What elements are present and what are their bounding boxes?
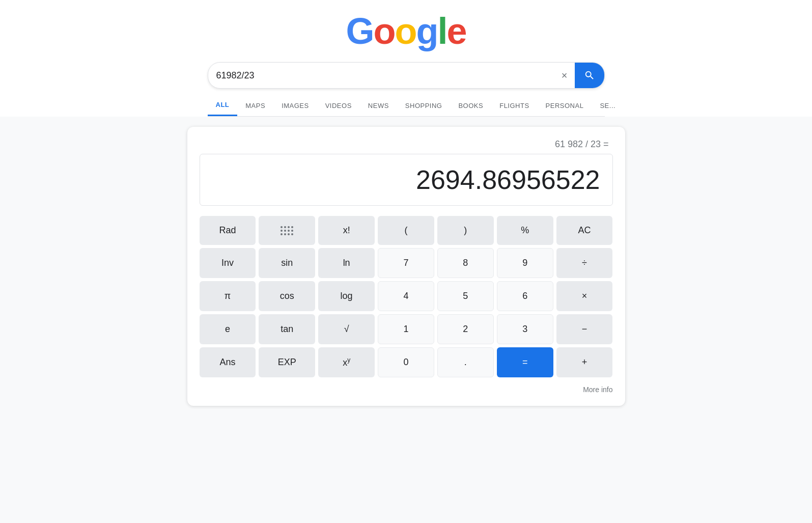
expression-display: 61 982 / 23 = [200,139,613,150]
zero-button[interactable]: 0 [378,347,434,377]
four-button[interactable]: 4 [378,281,434,311]
sin-button[interactable]: sin [259,248,315,278]
six-button[interactable]: 6 [497,281,553,311]
tab-flights[interactable]: FLIGHTS [491,96,537,116]
more-info-link[interactable]: More info [200,386,613,394]
two-button[interactable]: 2 [437,314,494,344]
five-button[interactable]: 5 [437,281,494,311]
log-button[interactable]: log [318,281,375,311]
tan-button[interactable]: tan [259,314,315,344]
logo-o2: o [395,11,416,51]
logo-e: e [446,11,466,51]
multiply-button[interactable]: × [556,281,613,311]
tab-personal[interactable]: PERSONAL [538,96,592,116]
euler-button[interactable]: e [200,314,256,344]
result-display: 2694.86956522 [200,154,613,206]
search-button[interactable] [575,63,604,88]
logo-l: l [437,11,446,51]
google-logo: Google [346,10,466,52]
calc-grid: Rad x! ( ) % AC Inv sin ln 7 8 9 ÷ π [200,216,613,377]
tab-news[interactable]: NEWS [360,96,397,116]
ans-button[interactable]: Ans [200,347,256,377]
add-button[interactable]: + [556,347,613,377]
factorial-button[interactable]: x! [318,216,375,245]
tab-videos[interactable]: VIDEOS [317,96,360,116]
subtract-button[interactable]: − [556,314,613,344]
inv-button[interactable]: Inv [200,248,256,278]
dots-icon [281,226,293,235]
nine-button[interactable]: 9 [497,248,553,278]
tab-books[interactable]: BOOKS [450,96,491,116]
power-button[interactable]: xy [318,347,375,377]
three-button[interactable]: 3 [497,314,553,344]
main-content: 61 982 / 23 = 2694.86956522 Rad x! ( ) %… [177,127,635,406]
equals-button[interactable]: = [497,347,553,377]
search-bar: × [208,62,605,89]
tab-shopping[interactable]: SHOPPING [397,96,451,116]
logo-g2: g [416,11,437,51]
percent-button[interactable]: % [497,216,553,245]
logo-g: G [346,11,373,51]
one-button[interactable]: 1 [378,314,434,344]
nav-tabs: ALL MAPS IMAGES VIDEOS NEWS SHOPPING BOO… [208,95,605,117]
tab-maps[interactable]: MAPS [237,96,273,116]
eight-button[interactable]: 8 [437,248,494,278]
rad-button[interactable]: Rad [200,216,256,245]
power-superscript: y [347,356,350,364]
tab-all[interactable]: ALL [208,95,238,116]
cos-button[interactable]: cos [259,281,315,311]
pi-button[interactable]: π [200,281,256,311]
divide-button[interactable]: ÷ [556,248,613,278]
ac-button[interactable]: AC [556,216,613,245]
search-icon [584,70,595,81]
search-input[interactable] [208,63,554,88]
calculator-card: 61 982 / 23 = 2694.86956522 Rad x! ( ) %… [187,127,625,406]
open-paren-button[interactable]: ( [378,216,434,245]
sqrt-button[interactable]: √ [318,314,375,344]
clear-icon[interactable]: × [554,65,575,87]
seven-button[interactable]: 7 [378,248,434,278]
ln-button[interactable]: ln [318,248,375,278]
decimal-button[interactable]: . [437,347,494,377]
header: Google × ALL MAPS IMAGES VIDEOS NEWS SHO… [0,0,812,117]
tab-more[interactable]: SE... [592,96,624,116]
tab-images[interactable]: IMAGES [273,96,317,116]
logo-o1: o [374,11,395,51]
exp-button[interactable]: EXP [259,347,315,377]
grid-button[interactable] [259,216,315,245]
close-paren-button[interactable]: ) [437,216,494,245]
